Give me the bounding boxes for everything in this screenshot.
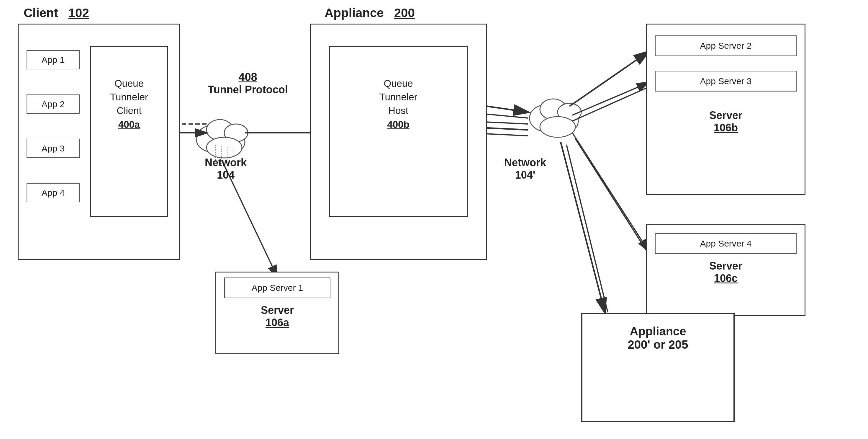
app-server-4-box: App Server 4 [655,233,797,254]
app3-box: App 3 [27,139,80,158]
svg-point-19 [558,103,581,121]
svg-line-36 [224,165,277,277]
server-106a-label: Server 106a [215,304,339,329]
svg-point-8 [215,130,245,153]
queue-tunneler-host-box [329,46,468,217]
queue-tunneler-host-label: QueueTunnelerHost 400b [331,77,466,131]
queue-tunneler-client-box [90,46,168,217]
server-106c-label: Server 106c [646,260,805,285]
queue-tunneler-client-label: QueueTunnelerClient 400a [91,77,167,131]
svg-line-29 [569,52,649,106]
app-server-2-box: App Server 2 [655,35,797,56]
svg-line-30 [572,83,649,115]
app-server-1-box: App Server 1 [224,277,331,298]
tunnel-protocol-label: 408 Tunnel Protocol [192,71,304,96]
svg-point-11 [207,137,242,158]
svg-point-10 [224,124,248,142]
server-106b-label: Server 106b [646,109,805,134]
app2-box: App 2 [27,94,80,114]
svg-line-31 [572,87,649,121]
svg-point-20 [540,117,575,137]
svg-line-35 [566,145,608,312]
svg-point-7 [196,125,229,152]
diagram: Client 102 App 1 App 2 App 3 App 4 Queue… [0,0,868,439]
svg-line-33 [575,139,649,254]
svg-point-16 [530,105,562,131]
svg-point-17 [549,109,578,133]
appliance-label: Appliance 200 [324,6,415,20]
app-server-3-box: App Server 3 [655,71,797,91]
client-label: Client 102 [24,6,89,20]
app1-box: App 1 [27,50,80,69]
svg-point-18 [540,99,566,120]
svg-line-32 [572,133,649,251]
network-104prime-label: Network 104' [496,156,555,181]
svg-point-9 [207,120,233,140]
network-104-label: Network 104 [196,156,255,181]
appliance-right-label: Appliance 200' or 205 [581,325,735,351]
app4-box: App 4 [27,183,80,202]
svg-line-34 [561,142,605,312]
